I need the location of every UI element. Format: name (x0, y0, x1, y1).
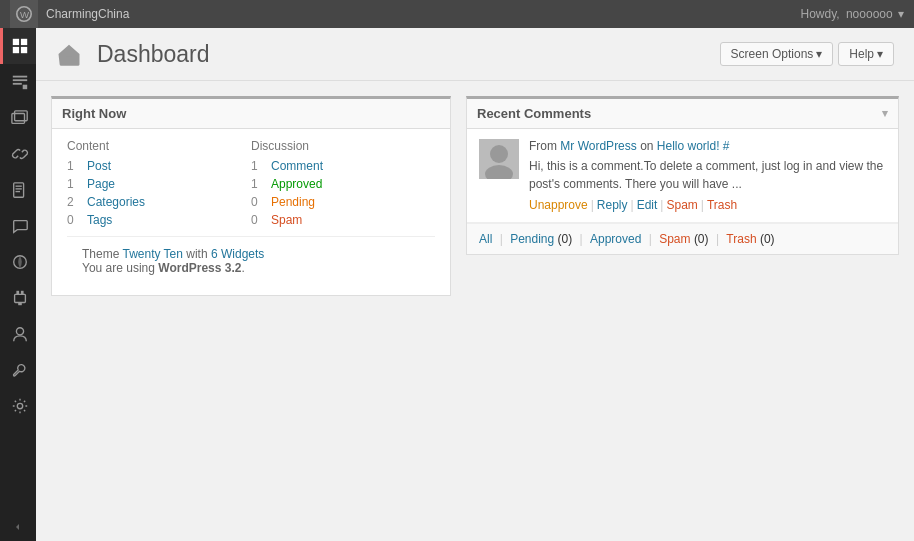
svg-marker-23 (16, 524, 19, 530)
svg-text:W: W (20, 9, 30, 20)
sidebar-item-users[interactable] (0, 316, 36, 352)
widgets-link[interactable]: 6 Widgets (211, 247, 264, 261)
discussion-heading: Discussion (251, 139, 435, 153)
svg-rect-14 (15, 188, 21, 189)
comment-author-link[interactable]: Mr WordPress (560, 139, 636, 153)
page-link[interactable]: Page (87, 177, 115, 191)
screen-options-button[interactable]: Screen Options ▾ (720, 42, 834, 66)
content-heading: Content (67, 139, 251, 153)
sidebar-item-pages[interactable] (0, 172, 36, 208)
filter-pending[interactable]: Pending (510, 232, 554, 246)
filter-trash[interactable]: Trash (726, 232, 756, 246)
theme-link[interactable]: Twenty Ten (122, 247, 182, 261)
right-now-content: Content 1 Post 1 Page 2 Categ (52, 129, 450, 295)
sidebar-collapse-button[interactable] (0, 513, 36, 541)
sidebar-item-plugins[interactable] (0, 280, 36, 316)
recent-comments-widget: Recent Comments ▾ From Mr WordPress on (466, 96, 899, 255)
discussion-column: Discussion 1 Comment 1 Approved 0 (251, 139, 435, 231)
svg-marker-9 (22, 85, 27, 90)
svg-rect-19 (14, 294, 25, 302)
recent-comments-toggle[interactable]: ▾ (882, 107, 888, 120)
comment-entry: From Mr WordPress on Hello world! # Hi, … (467, 129, 898, 223)
sidebar-item-dashboard[interactable] (0, 28, 36, 64)
sidebar-item-links[interactable] (0, 136, 36, 172)
post-link[interactable]: Post (87, 159, 111, 173)
svg-rect-4 (12, 47, 18, 53)
page-title: Dashboard (97, 41, 210, 68)
admin-bar: W CharmingChina Howdy, noooooo ▾ (0, 0, 914, 28)
svg-point-25 (490, 145, 508, 163)
comment-meta: From Mr WordPress on Hello world! # Hi, … (479, 139, 886, 212)
user-dropdown-arrow[interactable]: ▾ (898, 7, 904, 21)
svg-rect-2 (12, 39, 18, 45)
svg-rect-15 (15, 191, 20, 192)
spam-count-row: 0 Spam (251, 213, 435, 227)
tags-link[interactable]: Tags (87, 213, 112, 227)
pending-link[interactable]: Pending (271, 195, 315, 209)
svg-point-21 (16, 328, 23, 335)
howdy-text: Howdy, (800, 7, 839, 21)
page-header-right: Screen Options ▾ Help ▾ (720, 42, 894, 66)
svg-rect-8 (12, 83, 21, 85)
content-column: Content 1 Post 1 Page 2 Categ (67, 139, 251, 231)
reply-link[interactable]: Reply (597, 198, 628, 212)
site-name[interactable]: CharmingChina (46, 7, 129, 21)
svg-rect-11 (14, 111, 27, 121)
right-now-widget: Right Now Content 1 Post 1 Page (51, 96, 451, 296)
svg-rect-10 (11, 114, 24, 124)
filter-spam[interactable]: Spam (659, 232, 690, 246)
sidebar-item-posts[interactable] (0, 64, 36, 100)
spam-action-link[interactable]: Spam (666, 198, 697, 212)
recent-comments-title: Recent Comments ▾ (467, 99, 898, 129)
svg-rect-7 (12, 79, 26, 81)
content-area: Dashboard Screen Options ▾ Help ▾ Right … (36, 28, 914, 541)
pending-count-row: 0 Pending (251, 195, 435, 209)
page-header-left: Dashboard (51, 36, 210, 72)
post-count-row: 1 Post (67, 159, 251, 173)
trash-action-link[interactable]: Trash (707, 198, 737, 212)
wp-logo-icon[interactable]: W (10, 0, 38, 28)
svg-rect-5 (20, 47, 26, 53)
username[interactable]: noooooo (846, 7, 893, 21)
unapprove-link[interactable]: Unapprove (529, 198, 588, 212)
svg-rect-13 (15, 186, 21, 187)
svg-point-26 (485, 165, 513, 179)
svg-rect-6 (12, 76, 26, 78)
spam-link[interactable]: Spam (271, 213, 302, 227)
svg-rect-20 (18, 303, 22, 306)
sidebar-item-appearance[interactable] (0, 244, 36, 280)
comment-from: From Mr WordPress on Hello world! # (529, 139, 886, 153)
comment-count-row: 1 Comment (251, 159, 435, 173)
right-now-footer: Theme Twenty Ten with 6 Widgets You are … (67, 236, 435, 285)
svg-rect-12 (13, 183, 23, 197)
categories-link[interactable]: Categories (87, 195, 145, 209)
filter-all[interactable]: All (479, 232, 492, 246)
filter-approved[interactable]: Approved (590, 232, 641, 246)
page-header: Dashboard Screen Options ▾ Help ▾ (36, 28, 914, 81)
dashboard-icon (51, 36, 87, 72)
sidebar-item-comments[interactable] (0, 208, 36, 244)
comment-text: Hi, this is a comment.To delete a commen… (529, 157, 886, 193)
svg-point-22 (17, 403, 22, 408)
comment-post-link[interactable]: Hello world! # (657, 139, 730, 153)
comment-body: From Mr WordPress on Hello world! # Hi, … (529, 139, 886, 212)
svg-rect-3 (20, 39, 26, 45)
sidebar-item-tools[interactable] (0, 352, 36, 388)
comment-link[interactable]: Comment (271, 159, 323, 173)
right-now-title: Right Now (52, 99, 450, 129)
help-button[interactable]: Help ▾ (838, 42, 894, 66)
widgets-area: Right Now Content 1 Post 1 Page (36, 81, 914, 296)
sidebar-item-media[interactable] (0, 100, 36, 136)
avatar (479, 139, 519, 179)
comment-filters: All | Pending (0) | Approved | Spam (0) … (467, 223, 898, 254)
svg-rect-24 (66, 56, 73, 64)
page-count-row: 1 Page (67, 177, 251, 191)
sidebar (0, 28, 36, 541)
comment-actions: Unapprove | Reply | Edit | Spam | Trash (529, 198, 886, 212)
tags-count-row: 0 Tags (67, 213, 251, 227)
categories-count-row: 2 Categories (67, 195, 251, 209)
sidebar-item-settings[interactable] (0, 388, 36, 424)
approved-link[interactable]: Approved (271, 177, 322, 191)
edit-link[interactable]: Edit (637, 198, 658, 212)
howdy-section: Howdy, noooooo ▾ (800, 7, 904, 21)
